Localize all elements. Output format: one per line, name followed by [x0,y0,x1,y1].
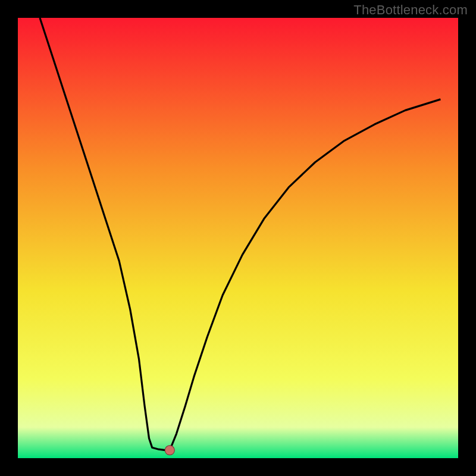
watermark-text: TheBottleneck.com [353,2,468,18]
plot-area [18,18,458,458]
chart-svg [0,0,476,476]
minimum-dot [165,446,174,455]
chart-frame: TheBottleneck.com [0,0,476,476]
